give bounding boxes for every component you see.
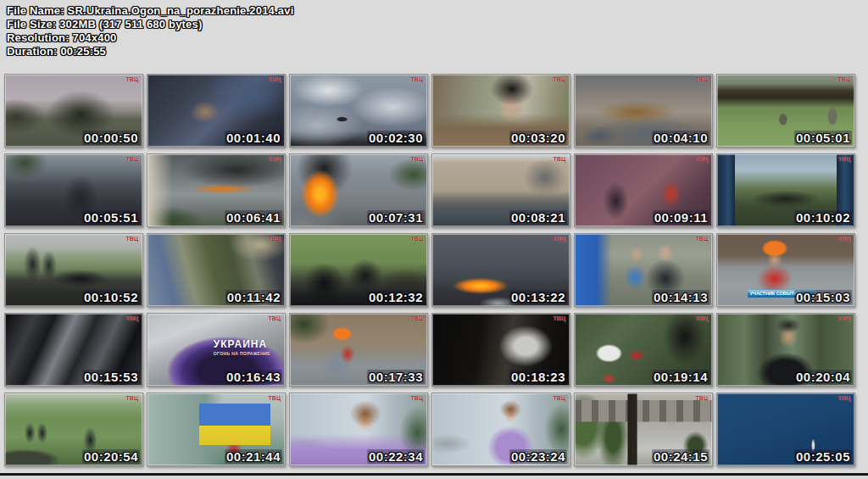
thumbnail-grid: ТВЦ 00:00:50 ТВЦ 00:01:40 ТВЦ 00:02:30 Т… [4,74,855,466]
thumb-crowd-columned-building-smoke: ТВЦ 00:08:21 [431,153,570,227]
thumb-policeman-vested-man-phone: ТВЦ 00:14:13 [574,233,713,307]
timestamp: 00:25:05 [794,449,852,464]
thumb-man-black-jacket-interview: ТВЦ 00:20:04 [716,313,855,387]
thumb-memorial-flowers-fence: ТВЦ 00:19:14 [574,313,713,387]
thumb-dusk-riverside-trees: ТВЦ 00:00:50 [4,74,143,148]
tvc-channel-logo: ТВЦ [411,395,423,401]
thumb-figures-in-bushes: ТВЦ 00:20:54 [4,393,143,466]
timestamp: 00:20:54 [82,449,140,464]
tvc-channel-logo: ТВЦ [838,236,850,242]
bottom-divider [0,473,868,476]
timestamp: 00:20:04 [794,370,852,384]
timestamp: 00:19:14 [652,370,709,384]
tvc-channel-logo: ТВЦ [696,236,708,242]
timestamp: 00:15:53 [82,370,140,384]
thumb-orange-hardhat-man-square: ТВЦ УЧАСТНИК СОБЫТИЙ 00:15:03 [716,233,855,307]
timestamp: 00:07:31 [367,210,425,225]
tvc-channel-logo: ТВЦ [269,76,281,82]
timestamp: 00:13:22 [509,290,567,304]
duration-line: Duration: 00:25:55 [7,45,294,58]
tvc-channel-logo: ТВЦ [269,236,281,242]
tvc-channel-logo: ТВЦ [696,315,708,321]
file-info-block: File Name: SR.Ukraina.Ogon_na_porazhenie… [7,4,294,58]
thumb-blurry-night-scuffle: ТВЦ 00:15:53 [4,313,143,387]
tvc-channel-logo: ТВЦ [269,156,281,162]
thumb-masked-group-photo-frame: ТВЦ 00:10:02 [716,153,855,227]
tvc-channel-logo: ТВЦ [411,315,423,321]
tvc-channel-logo: ТВЦ [411,76,423,82]
timestamp: 00:14:13 [652,290,709,304]
tvc-channel-logo: ТВЦ [838,156,850,162]
timestamp: 00:04:10 [652,131,709,145]
thumb-studio-presenter-wide: ТВЦ 00:23:24 [431,393,570,466]
tvc-channel-logo: ТВЦ [126,395,138,401]
thumb-blue-sky-contrail: ТВЦ 00:25:05 [716,393,855,466]
timestamp: 00:09:11 [653,210,709,225]
thumb-riot-police-crowd: ТВЦ 00:05:51 [4,153,143,227]
tvc-channel-logo: ТВЦ [126,236,138,242]
timestamp: 00:21:44 [225,449,282,464]
tvc-channel-logo: ТВЦ [838,315,850,321]
timestamp: 00:18:23 [509,370,567,384]
tvc-channel-logo: ТВЦ [554,236,565,242]
thumb-burning-tire-barricade: ТВЦ 00:07:31 [289,153,428,227]
thumb-soldiers-green-field: ТВЦ 00:05:01 [716,74,855,148]
tvc-channel-logo: ТВЦ [696,76,708,82]
timestamp: 00:17:33 [367,370,425,384]
thumb-denim-camo-closeup: ТВЦ 00:11:42 [147,233,286,307]
thumb-man-sleeping-blanket: ТВЦ 00:01:40 [147,74,286,148]
tvc-channel-logo: ТВЦ [838,395,850,401]
timestamp: 00:00:50 [82,131,140,145]
thumb-helicopter-cloudy-sky: ТВЦ 00:02:30 [289,74,428,148]
tvc-channel-logo: ТВЦ [554,315,565,321]
title-card-subtitle: ОГОНЬ НА ПОРАЖЕНИЕ [214,351,270,356]
timestamp: 00:22:34 [367,449,425,464]
timestamp: 00:01:40 [225,131,282,145]
thumb-burnt-interior-window: ТВЦ 00:18:23 [431,313,570,387]
thumb-aerial-square-fire: ТВЦ 00:06:41 [147,153,286,227]
thumb-masked-man-ukraine-flag: ТВЦ 00:21:44 [147,393,286,466]
tvc-channel-logo: ТВЦ [126,156,138,162]
tvc-channel-logo: ТВЦ [269,395,281,401]
thumb-un-security-council: ТВЦ 00:04:10 [574,74,713,148]
tvc-channel-logo: ТВЦ [696,156,708,162]
tvc-channel-logo: ТВЦ [554,76,565,82]
timestamp: 00:24:15 [652,449,709,464]
thumb-tire-checkpoint-soldiers: ТВЦ 00:10:52 [4,233,143,307]
tvc-channel-logo: ТВЦ [126,76,138,82]
thumb-smoky-road-fire: ТВЦ 00:13:22 [431,233,570,307]
tvc-channel-logo: ТВЦ [554,395,565,401]
timestamp: 00:08:21 [509,210,567,225]
timestamp: 00:12:32 [367,290,425,304]
tvc-channel-logo: ТВЦ [269,315,281,321]
tvc-channel-logo: ТВЦ [126,315,138,321]
file-name-line: File Name: SR.Ukraina.Ogon_na_porazhenie… [7,4,294,18]
file-size-line: File Size: 302MB (317 511 680 bytes) [7,18,294,31]
timestamp: 00:10:52 [82,290,140,304]
tvc-channel-logo: ТВЦ [554,156,565,162]
timestamp: 00:15:03 [794,290,852,304]
timestamp: 00:05:51 [82,210,140,225]
thumb-title-card-lens: ТВЦ УКРАИНА ОГОНЬ НА ПОРАЖЕНИЕ 00:16:43 [147,313,286,387]
title-card-text: УКРАИНА [214,338,267,350]
timestamp: 00:16:43 [225,370,282,384]
timestamp: 00:06:41 [225,210,282,225]
timestamp: 00:10:02 [794,210,852,225]
thumb-red-tinted-building-people: ТВЦ 00:09:11 [574,153,713,227]
timestamp: 00:03:20 [509,131,567,145]
tvc-channel-logo: ТВЦ [838,76,850,82]
resolution-line: Resolution: 704x400 [7,31,294,45]
timestamp: 00:11:42 [225,290,282,304]
thumb-studio-presenter-closeup: ТВЦ 00:22:34 [289,393,428,466]
thumb-woman-street-interview: ТВЦ 00:03:20 [431,74,570,148]
tvc-channel-logo: ТВЦ [411,236,423,242]
thumb-black-helmet-riot-police: ТВЦ 00:12:32 [289,233,428,307]
thumb-apartment-blocks-street: ТВЦ 00:24:15 [574,393,713,466]
timestamp: 00:23:24 [509,449,567,464]
timestamp: 00:05:01 [794,131,852,145]
tvc-channel-logo: ТВЦ [411,156,423,162]
thumb-hardhat-man-pointing: ТВЦ 00:17:33 [289,313,428,387]
tvc-channel-logo: ТВЦ [696,395,708,401]
timestamp: 00:02:30 [367,131,425,145]
